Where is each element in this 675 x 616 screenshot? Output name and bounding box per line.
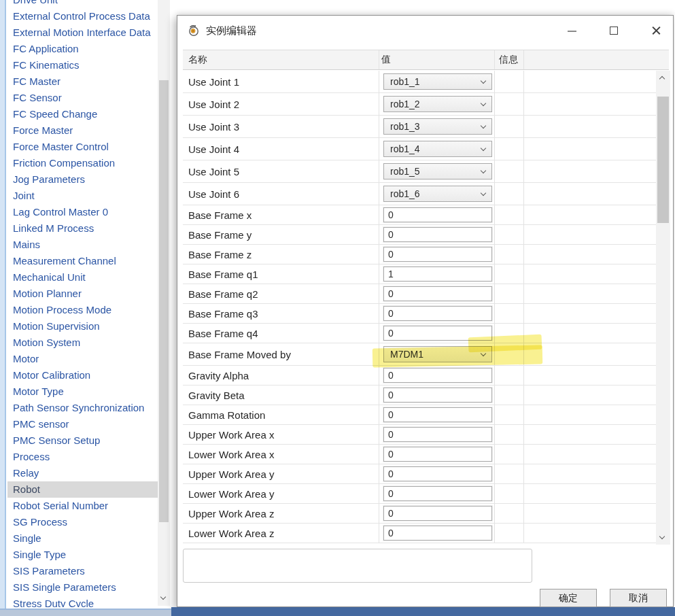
value-input[interactable]: 0 — [383, 486, 492, 501]
sidebar-item-external-motion-interface-data[interactable]: External Motion Interface Data — [7, 24, 158, 41]
sidebar-item-friction-compensation[interactable]: Friction Compensation — [7, 155, 158, 171]
value-input[interactable]: 0 — [383, 247, 492, 262]
row-name-cell: Base Frame q4 — [183, 324, 379, 343]
value-dropdown[interactable]: rob1_6 — [383, 186, 492, 202]
row-spacer-cell — [524, 304, 669, 323]
grid-scrollbar-thumb[interactable] — [657, 97, 669, 223]
row-spacer-cell — [524, 484, 669, 503]
value-input[interactable]: 0 — [383, 526, 492, 541]
minimize-icon — [568, 31, 576, 32]
sidebar-item-motion-process-mode[interactable]: Motion Process Mode — [7, 302, 158, 318]
sidebar-item-motor-calibration[interactable]: Motor Calibration — [7, 367, 158, 383]
type-list: Drive UnitExternal Control Process DataE… — [7, 0, 158, 607]
value-input[interactable]: 0 — [383, 447, 492, 462]
value-input[interactable]: 0 — [383, 286, 492, 301]
row-name-cell: Use Joint 1 — [183, 71, 379, 92]
sidebar-scrollbar-thumb[interactable] — [159, 80, 169, 522]
row-value-cell: 0 — [379, 324, 495, 343]
row-info-cell — [495, 445, 524, 464]
row-info-cell — [495, 225, 524, 244]
sidebar-item-process[interactable]: Process — [7, 449, 158, 465]
sidebar-item-fc-speed-change[interactable]: FC Speed Change — [7, 106, 158, 122]
table-row: Use Joint 2rob1_2 — [183, 93, 669, 116]
sidebar-item-mechanical-unit[interactable]: Mechanical Unit — [7, 269, 158, 286]
sidebar-item-robot[interactable]: Robot — [7, 481, 158, 498]
row-spacer-cell — [524, 245, 669, 264]
row-spacer-cell — [524, 93, 669, 115]
value-dropdown[interactable]: rob1_5 — [383, 163, 492, 179]
value-input[interactable]: 0 — [383, 388, 492, 403]
sidebar-item-lag-control-master-0[interactable]: Lag Control Master 0 — [7, 204, 158, 220]
sidebar-item-single[interactable]: Single — [7, 530, 158, 547]
value-input[interactable]: 0 — [383, 506, 492, 521]
scroll-up-icon[interactable] — [659, 76, 665, 82]
value-input[interactable]: 0 — [383, 306, 492, 321]
value-dropdown[interactable]: rob1_1 — [383, 73, 492, 90]
row-name-cell: Gravity Alpha — [183, 366, 379, 385]
sidebar-scrollbar[interactable] — [158, 0, 170, 606]
sidebar-item-motion-supervision[interactable]: Motion Supervision — [7, 318, 158, 335]
sidebar-item-path-sensor-synchronization[interactable]: Path Sensor Synchronization — [7, 400, 158, 416]
value-input[interactable]: 0 — [383, 407, 492, 422]
sidebar-item-mains[interactable]: Mains — [7, 237, 158, 253]
row-spacer-cell — [524, 324, 669, 343]
sidebar-item-motion-planner[interactable]: Motion Planner — [7, 286, 158, 302]
sidebar-item-sis-parameters[interactable]: SIS Parameters — [7, 563, 158, 579]
sidebar-item-external-control-process-data[interactable]: External Control Process Data — [7, 8, 158, 24]
sidebar-item-force-master[interactable]: Force Master — [7, 122, 158, 139]
row-spacer-cell — [524, 160, 669, 182]
value-input[interactable]: 0 — [383, 227, 492, 242]
row-name: Use Joint 3 — [188, 121, 239, 133]
ok-button[interactable]: 确定 — [540, 589, 597, 607]
sidebar-item-single-type[interactable]: Single Type — [7, 547, 158, 563]
value-input[interactable]: 1 — [383, 267, 492, 281]
value-dropdown[interactable]: rob1_2 — [383, 96, 492, 112]
value-dropdown[interactable]: rob1_3 — [383, 118, 492, 135]
chevron-down-icon — [481, 146, 486, 151]
close-button[interactable] — [642, 21, 670, 40]
row-info-cell — [495, 425, 524, 444]
sidebar-item-pmc-sensor[interactable]: PMC sensor — [7, 416, 158, 432]
sidebar-item-jog-parameters[interactable]: Jog Parameters — [7, 171, 158, 188]
grid-scrollbar[interactable] — [656, 71, 670, 545]
sidebar-item-sg-process[interactable]: SG Process — [7, 514, 158, 530]
row-name-cell: Base Frame q2 — [183, 284, 379, 303]
dialog-titlebar[interactable]: 实例编辑器 — [177, 16, 673, 46]
row-spacer-cell — [524, 183, 669, 205]
sidebar-item-motor-type[interactable]: Motor Type — [7, 383, 158, 400]
row-name: Lower Work Area x — [188, 449, 274, 460]
sidebar-item-fc-kinematics[interactable]: FC Kinematics — [7, 57, 158, 73]
value-input[interactable]: 0 — [383, 466, 492, 481]
sidebar-item-force-master-control[interactable]: Force Master Control — [7, 139, 158, 155]
scroll-down-icon[interactable] — [160, 594, 166, 600]
sidebar-item-pmc-sensor-setup[interactable]: PMC Sensor Setup — [7, 432, 158, 449]
sidebar-item-motor[interactable]: Motor — [7, 351, 158, 367]
sidebar-item-robot-serial-number[interactable]: Robot Serial Number — [7, 498, 158, 514]
maximize-button[interactable] — [600, 21, 627, 40]
sidebar-item-motion-system[interactable]: Motion System — [7, 335, 158, 351]
sidebar-item-fc-application[interactable]: FC Application — [7, 41, 158, 57]
sidebar-item-relay[interactable]: Relay — [7, 465, 158, 481]
row-value-cell: 0 — [379, 524, 495, 543]
value-input[interactable]: 0 — [383, 326, 492, 341]
table-row: Gravity Alpha0 — [183, 366, 669, 386]
minimize-button[interactable] — [558, 21, 585, 40]
sidebar-item-stress-duty-cycle[interactable]: Stress Duty Cycle — [7, 596, 158, 607]
sidebar-item-sis-single-parameters[interactable]: SIS Single Parameters — [7, 579, 158, 596]
sidebar-item-drive-unit[interactable]: Drive Unit — [7, 0, 158, 8]
value-input[interactable]: 0 — [383, 207, 492, 222]
value-input[interactable]: 0 — [383, 368, 492, 383]
sidebar-item-joint[interactable]: Joint — [7, 188, 158, 204]
sidebar-item-linked-m-process[interactable]: Linked M Process — [7, 220, 158, 237]
value-dropdown[interactable]: rob1_4 — [383, 141, 492, 157]
table-row: Use Joint 3rob1_3 — [183, 116, 669, 138]
row-spacer-cell — [524, 464, 669, 483]
sidebar-item-fc-master[interactable]: FC Master — [7, 73, 158, 90]
cancel-button[interactable]: 取消 — [610, 589, 667, 607]
value-input[interactable]: 0 — [383, 427, 492, 442]
scroll-down-icon[interactable] — [659, 534, 665, 539]
value-dropdown[interactable]: M7DM1 — [383, 346, 492, 362]
sidebar-item-measurement-channel[interactable]: Measurement Channel — [7, 253, 158, 269]
row-spacer-cell — [524, 205, 669, 224]
sidebar-item-fc-sensor[interactable]: FC Sensor — [7, 90, 158, 106]
